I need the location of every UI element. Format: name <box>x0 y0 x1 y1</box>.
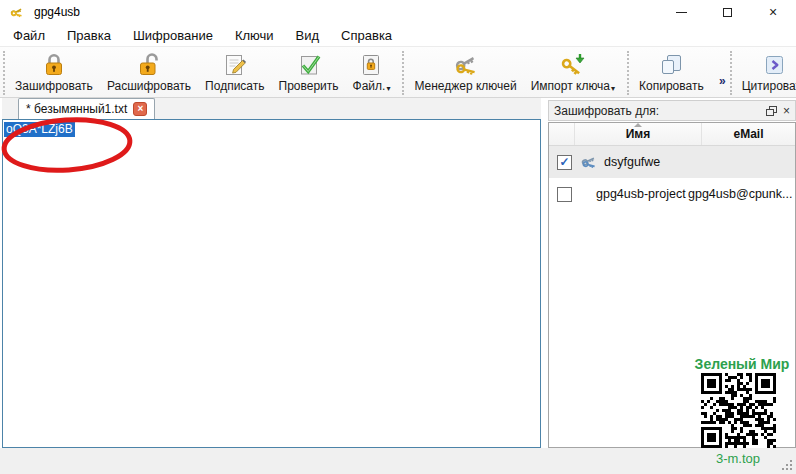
menu-view[interactable]: Вид <box>285 25 331 46</box>
editor-pane: * безымянный1.txt × oQ3A*LZj6B <box>2 98 541 448</box>
toolbar-drag-handle[interactable] <box>3 51 5 95</box>
window-title: gpg4usb <box>34 5 80 19</box>
dock-float-button[interactable] <box>766 106 777 116</box>
title-bar: gpg4usb × <box>0 0 796 24</box>
toolbar-group-clipboard: Копировать » <box>624 47 727 97</box>
selected-text: oQ3A*LZj6B <box>4 122 75 137</box>
tab-close-button[interactable]: × <box>133 102 147 116</box>
key-name: gpg4usb-project <box>596 187 686 201</box>
close-button[interactable]: × <box>750 0 796 24</box>
toolbar-drag-handle[interactable] <box>627 51 629 95</box>
maximize-button[interactable] <box>704 0 750 24</box>
quote-button[interactable]: Цитировать <box>735 49 796 94</box>
menu-help[interactable]: Справка <box>330 25 403 46</box>
main-area: * безымянный1.txt × oQ3A*LZj6B Зашифрова… <box>0 98 796 448</box>
lock-closed-icon <box>41 50 67 79</box>
text-editor[interactable]: oQ3A*LZj6B <box>2 119 541 448</box>
app-window: gpg4usb × Файл Правка Шифрование Ключи В… <box>0 0 796 474</box>
lock-open-icon <box>136 50 162 79</box>
verify-check-icon <box>296 50 322 79</box>
watermark-title: Зеленый Мир <box>688 356 796 372</box>
key-manager-icon <box>452 50 480 79</box>
verify-button[interactable]: Проверить <box>272 49 346 94</box>
qr-code <box>701 373 776 448</box>
close-icon: × <box>769 5 777 19</box>
app-keys-icon <box>9 4 25 20</box>
toolbar-group-keys: Менеджер ключей Импорт ключа▾ <box>399 47 624 97</box>
dropdown-arrow-icon: ▾ <box>386 84 390 93</box>
copy-icon <box>658 50 684 79</box>
key-list-header: Имя eMail <box>549 123 795 146</box>
toolbar: Зашифровать Расшифровать Подписать Прове… <box>0 46 796 98</box>
maximize-icon <box>723 8 732 17</box>
tab-untitled1[interactable]: * безымянный1.txt × <box>18 98 155 119</box>
dropdown-arrow-icon: ▾ <box>611 84 615 93</box>
key-checkbox[interactable]: ✓ <box>557 155 572 170</box>
dock-title: Зашифровать для: <box>554 104 659 118</box>
file-crypt-button[interactable]: Файл.▾ <box>346 49 398 97</box>
toolbar-drag-handle[interactable] <box>402 51 404 95</box>
dock-close-button[interactable]: × <box>783 105 790 117</box>
key-name: dsyfgufwe <box>604 155 660 169</box>
minimize-button[interactable] <box>658 0 704 24</box>
menu-keys[interactable]: Ключи <box>224 25 285 46</box>
toolbar-drag-handle[interactable] <box>730 51 732 95</box>
menu-encryption[interactable]: Шифрование <box>122 25 224 46</box>
decrypt-button[interactable]: Расшифровать <box>100 49 198 94</box>
key-checkbox[interactable] <box>557 187 572 202</box>
menu-file[interactable]: Файл <box>2 25 56 46</box>
encrypt-button[interactable]: Зашифровать <box>8 49 100 94</box>
key-row[interactable]: ✓ dsyfgufwe <box>549 146 795 178</box>
menu-bar: Файл Правка Шифрование Ключи Вид Справка <box>0 24 796 46</box>
import-key-button[interactable]: Импорт ключа▾ <box>524 49 622 97</box>
toolbar-overflow-chevron[interactable]: » <box>719 74 726 88</box>
key-manager-button[interactable]: Менеджер ключей <box>407 49 523 94</box>
tab-label: * безымянный1.txt <box>26 102 127 116</box>
key-email: gpg4usb@cpunk.... <box>688 187 793 201</box>
toolbar-group-quote: Цитировать » <box>727 47 796 97</box>
toolbar-group-crypt: Зашифровать Расшифровать Подписать Прове… <box>0 47 399 97</box>
file-lock-icon <box>358 50 384 79</box>
column-name[interactable]: Имя <box>575 123 702 145</box>
quote-icon <box>761 50 787 79</box>
dock-title-bar: Зашифровать для: × <box>548 100 796 121</box>
keys-icon <box>579 154 599 170</box>
sort-ascending-icon <box>634 123 642 127</box>
key-row[interactable]: gpg4usb-project gpg4usb@cpunk.... <box>549 178 795 210</box>
import-key-icon <box>559 50 587 79</box>
status-bar <box>0 448 796 474</box>
copy-button[interactable]: Копировать <box>632 49 711 94</box>
minimize-icon <box>676 12 687 13</box>
menu-edit[interactable]: Правка <box>56 25 122 46</box>
sign-button[interactable]: Подписать <box>198 49 271 94</box>
tab-bar: * безымянный1.txt × <box>2 98 541 119</box>
column-checkbox[interactable] <box>549 123 575 145</box>
column-email[interactable]: eMail <box>702 123 795 145</box>
watermark-domain: 3-m.top <box>688 451 788 466</box>
sign-document-icon <box>222 50 248 79</box>
